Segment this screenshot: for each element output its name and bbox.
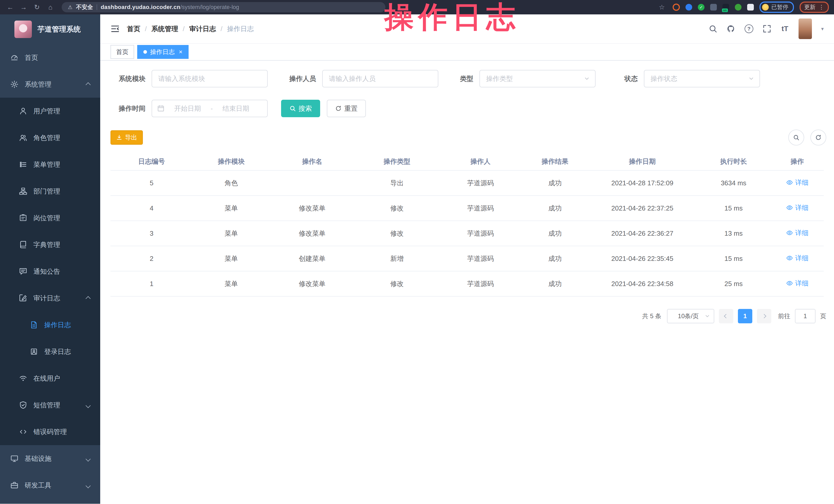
extension-green-check-icon[interactable]: ✓ — [698, 4, 704, 10]
prev-page-button[interactable] — [719, 309, 733, 323]
goto-page-input[interactable] — [795, 309, 815, 323]
url-divider — [96, 4, 97, 10]
sidebar-item-user-mgmt[interactable]: 用户管理 — [0, 98, 100, 125]
page-number-active[interactable]: 1 — [738, 309, 752, 323]
sidebar-item-home[interactable]: 首页 — [0, 44, 100, 71]
extension-orange-icon[interactable] — [673, 4, 680, 11]
download-icon — [116, 134, 122, 140]
col-date: 操作日期 — [588, 153, 696, 170]
sidebar-item-audit-log[interactable]: 审计日志 — [0, 285, 100, 311]
gear-icon — [10, 80, 19, 88]
table-row: 4 菜单 修改菜单 修改 芋道源码 成功 2021-04-26 22:37:25… — [110, 196, 824, 221]
filter-row-2: 操作时间 - 搜索 — [110, 100, 826, 117]
menu-fold-icon[interactable] — [110, 24, 120, 34]
browser-home-button[interactable]: ⌂ — [45, 2, 56, 12]
module-input[interactable] — [152, 70, 267, 87]
users-icon — [19, 134, 27, 142]
operator-input[interactable] — [323, 70, 438, 87]
paused-label: 已暂停 — [771, 3, 788, 11]
table-row: 2 菜单 创建菜单 新增 芋道源码 成功 2021-04-26 22:35:45… — [110, 246, 824, 271]
tabbar: 首页 操作日志 × — [100, 44, 834, 61]
col-log-id: 日志编号 — [110, 153, 193, 170]
extension-gray-icon[interactable] — [710, 4, 717, 10]
font-size-icon[interactable]: tT — [781, 24, 789, 33]
table-row: 3 菜单 修改菜单 修改 芋道源码 成功 2021-04-26 22:36:27… — [110, 221, 824, 246]
github-icon[interactable] — [727, 24, 736, 33]
detail-link[interactable]: 详细 — [786, 203, 809, 212]
sidebar-menu: 首页 系统管理 用户管理 — [0, 44, 100, 504]
status-select[interactable]: 操作状态 — [644, 70, 760, 87]
detail-link[interactable]: 详细 — [786, 279, 809, 288]
sidebar-item-errorcode-mgmt[interactable]: 错误码管理 — [0, 418, 100, 445]
browser-update-pill[interactable]: 更新 ⋮ — [799, 2, 829, 13]
tab-operate-log[interactable]: 操作日志 × — [137, 45, 189, 59]
sidebar-item-infrastructure[interactable]: 基础设施 — [0, 445, 100, 472]
sidebar-item-role-mgmt[interactable]: 角色管理 — [0, 125, 100, 151]
page-size-select[interactable]: 10条/页 — [667, 309, 714, 323]
sidebar-item-dev-tools[interactable]: 研发工具 — [0, 472, 100, 499]
reset-button[interactable]: 重置 — [327, 100, 366, 117]
search-icon[interactable] — [709, 24, 717, 33]
browser-back-button[interactable]: ← — [5, 2, 16, 12]
bookmark-star-icon[interactable]: ☆ — [657, 2, 667, 12]
breadcrumb-system[interactable]: 系统管理 — [151, 24, 178, 34]
extension-blue-icon[interactable] — [685, 4, 692, 10]
user-avatar[interactable] — [798, 19, 812, 39]
id-badge-icon — [19, 214, 27, 222]
table-row: 1 菜单 修改菜单 修改 芋道源码 成功 2021-04-26 22:34:58… — [110, 271, 824, 296]
fullscreen-icon[interactable] — [763, 24, 771, 33]
eye-icon — [786, 229, 793, 237]
refresh-table-button[interactable] — [810, 130, 826, 146]
help-icon[interactable]: ? — [745, 24, 753, 33]
sidebar-item-dict-mgmt[interactable]: 字典管理 — [0, 231, 100, 258]
breadcrumb-audit[interactable]: 审计日志 — [189, 24, 216, 34]
extension-dark-icon[interactable]: on — [723, 4, 729, 10]
url-host: dashboard.yudao.iocoder.cn — [101, 4, 180, 10]
sidebar-item-system-mgmt[interactable]: 系统管理 — [0, 71, 100, 98]
end-date-input[interactable] — [216, 104, 256, 113]
sidebar-logo-row[interactable]: 芋道管理系统 — [0, 15, 100, 44]
export-button[interactable]: 导出 — [110, 130, 143, 145]
sidebar-item-operate-log[interactable]: 操作日志 — [0, 311, 100, 338]
chat-bubble-icon — [19, 267, 27, 276]
detail-link[interactable]: 详细 — [786, 254, 809, 263]
extensions-puzzle-icon[interactable] — [747, 4, 754, 10]
detail-link[interactable]: 详细 — [786, 228, 809, 238]
sidebar-item-login-log[interactable]: 登录日志 — [0, 338, 100, 365]
search-button[interactable]: 搜索 — [281, 100, 320, 117]
screen: ← → ↻ ⌂ ⚠ 不安全 dashboard.yudao.iocoder.cn… — [0, 0, 834, 504]
sidebar-item-online-users[interactable]: 在线用户 — [0, 365, 100, 392]
avatar-caret-down-icon[interactable]: ▾ — [821, 26, 824, 32]
main-area: 首页 / 系统管理 / 审计日志 / 操作日志 ? — [100, 15, 834, 504]
edit-square-icon — [19, 294, 27, 302]
col-result: 操作结果 — [522, 153, 588, 170]
sidebar-item-dept-mgmt[interactable]: 部门管理 — [0, 178, 100, 204]
date-range-picker[interactable]: - — [152, 100, 268, 117]
browser-reload-button[interactable]: ↻ — [32, 2, 42, 12]
sidebar-item-notice[interactable]: 通知公告 — [0, 258, 100, 285]
detail-link[interactable]: 详细 — [786, 178, 809, 187]
toggle-search-button[interactable] — [788, 130, 804, 146]
sidebar-item-sms-mgmt[interactable]: 短信管理 — [0, 392, 100, 418]
operator-label: 操作人员 — [281, 74, 316, 83]
time-label: 操作时间 — [110, 104, 146, 113]
browser-menu-kebab-icon[interactable]: ⋮ — [818, 4, 824, 10]
address-bar[interactable]: ⚠ 不安全 dashboard.yudao.iocoder.cn/system/… — [62, 2, 386, 12]
eye-icon — [786, 280, 793, 287]
extension-leaf-icon[interactable] — [735, 4, 742, 10]
filter-row-1: 系统模块 操作人员 类型 操作类型 状态 — [110, 70, 826, 87]
breadcrumb-home[interactable]: 首页 — [127, 24, 140, 34]
col-operator: 操作人 — [439, 153, 522, 170]
next-page-button[interactable] — [757, 309, 771, 323]
breadcrumb-current: 操作日志 — [227, 24, 254, 34]
sidebar-item-menu-mgmt[interactable]: 菜单管理 — [0, 151, 100, 178]
type-select[interactable]: 操作类型 — [479, 70, 596, 87]
sidebar-item-post-mgmt[interactable]: 岗位管理 — [0, 204, 100, 231]
profile-paused-pill[interactable]: 已暂停 — [760, 2, 794, 13]
browser-forward-button[interactable]: → — [19, 2, 29, 12]
tab-home[interactable]: 首页 — [110, 45, 134, 59]
start-date-input[interactable] — [168, 104, 207, 113]
tab-close-icon[interactable]: × — [179, 49, 182, 55]
code-icon — [19, 428, 27, 436]
profile-emoji-avatar — [762, 4, 769, 10]
